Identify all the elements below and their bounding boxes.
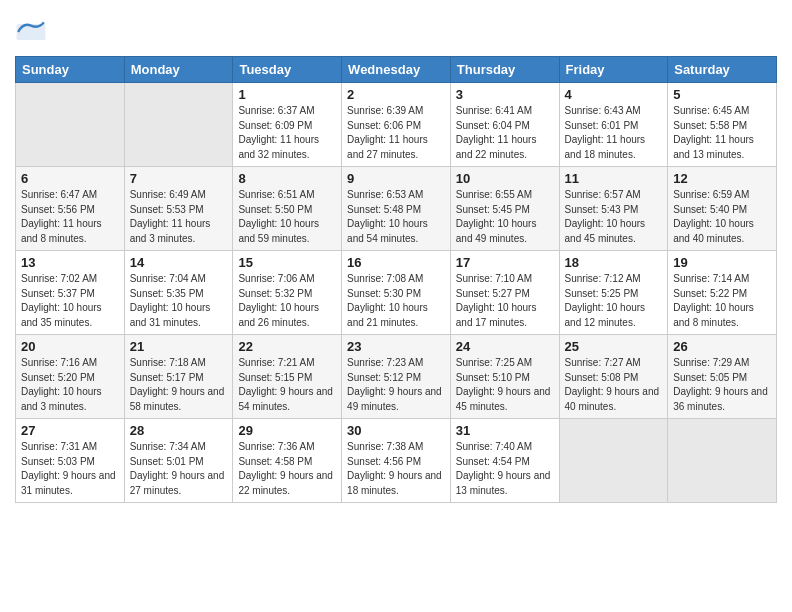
day-info: Sunrise: 7:08 AM Sunset: 5:30 PM Dayligh… [347,272,445,330]
day-number: 12 [673,171,771,186]
calendar-page: SundayMondayTuesdayWednesdayThursdayFrid… [0,0,792,612]
calendar-cell: 21Sunrise: 7:18 AM Sunset: 5:17 PM Dayli… [124,335,233,419]
day-number: 3 [456,87,554,102]
calendar-cell [124,83,233,167]
calendar-cell: 12Sunrise: 6:59 AM Sunset: 5:40 PM Dayli… [668,167,777,251]
day-number: 28 [130,423,228,438]
day-number: 15 [238,255,336,270]
weekday-header-saturday: Saturday [668,57,777,83]
day-info: Sunrise: 6:41 AM Sunset: 6:04 PM Dayligh… [456,104,554,162]
weekday-header-friday: Friday [559,57,668,83]
day-info: Sunrise: 7:36 AM Sunset: 4:58 PM Dayligh… [238,440,336,498]
day-info: Sunrise: 6:53 AM Sunset: 5:48 PM Dayligh… [347,188,445,246]
day-info: Sunrise: 7:06 AM Sunset: 5:32 PM Dayligh… [238,272,336,330]
calendar-cell: 15Sunrise: 7:06 AM Sunset: 5:32 PM Dayli… [233,251,342,335]
calendar-cell: 8Sunrise: 6:51 AM Sunset: 5:50 PM Daylig… [233,167,342,251]
day-info: Sunrise: 7:14 AM Sunset: 5:22 PM Dayligh… [673,272,771,330]
weekday-header-monday: Monday [124,57,233,83]
calendar-cell: 13Sunrise: 7:02 AM Sunset: 5:37 PM Dayli… [16,251,125,335]
weekday-header-tuesday: Tuesday [233,57,342,83]
day-info: Sunrise: 6:59 AM Sunset: 5:40 PM Dayligh… [673,188,771,246]
calendar-cell: 3Sunrise: 6:41 AM Sunset: 6:04 PM Daylig… [450,83,559,167]
day-info: Sunrise: 7:38 AM Sunset: 4:56 PM Dayligh… [347,440,445,498]
calendar-cell: 24Sunrise: 7:25 AM Sunset: 5:10 PM Dayli… [450,335,559,419]
day-info: Sunrise: 7:40 AM Sunset: 4:54 PM Dayligh… [456,440,554,498]
day-number: 17 [456,255,554,270]
day-info: Sunrise: 7:21 AM Sunset: 5:15 PM Dayligh… [238,356,336,414]
day-number: 5 [673,87,771,102]
weekday-header-sunday: Sunday [16,57,125,83]
day-info: Sunrise: 6:57 AM Sunset: 5:43 PM Dayligh… [565,188,663,246]
day-info: Sunrise: 7:23 AM Sunset: 5:12 PM Dayligh… [347,356,445,414]
day-number: 30 [347,423,445,438]
day-number: 9 [347,171,445,186]
calendar-cell: 26Sunrise: 7:29 AM Sunset: 5:05 PM Dayli… [668,335,777,419]
calendar-cell: 5Sunrise: 6:45 AM Sunset: 5:58 PM Daylig… [668,83,777,167]
day-info: Sunrise: 6:47 AM Sunset: 5:56 PM Dayligh… [21,188,119,246]
calendar-cell: 25Sunrise: 7:27 AM Sunset: 5:08 PM Dayli… [559,335,668,419]
day-number: 25 [565,339,663,354]
day-info: Sunrise: 6:55 AM Sunset: 5:45 PM Dayligh… [456,188,554,246]
day-number: 21 [130,339,228,354]
calendar-cell [559,419,668,503]
weekday-header-row: SundayMondayTuesdayWednesdayThursdayFrid… [16,57,777,83]
calendar-cell: 27Sunrise: 7:31 AM Sunset: 5:03 PM Dayli… [16,419,125,503]
day-number: 6 [21,171,119,186]
header [15,10,777,48]
calendar-cell: 30Sunrise: 7:38 AM Sunset: 4:56 PM Dayli… [342,419,451,503]
day-number: 11 [565,171,663,186]
day-number: 27 [21,423,119,438]
day-number: 1 [238,87,336,102]
calendar-week-row: 1Sunrise: 6:37 AM Sunset: 6:09 PM Daylig… [16,83,777,167]
day-number: 2 [347,87,445,102]
day-info: Sunrise: 6:45 AM Sunset: 5:58 PM Dayligh… [673,104,771,162]
day-info: Sunrise: 6:51 AM Sunset: 5:50 PM Dayligh… [238,188,336,246]
calendar-cell: 1Sunrise: 6:37 AM Sunset: 6:09 PM Daylig… [233,83,342,167]
calendar-cell: 6Sunrise: 6:47 AM Sunset: 5:56 PM Daylig… [16,167,125,251]
calendar-cell: 23Sunrise: 7:23 AM Sunset: 5:12 PM Dayli… [342,335,451,419]
day-info: Sunrise: 6:39 AM Sunset: 6:06 PM Dayligh… [347,104,445,162]
day-info: Sunrise: 7:34 AM Sunset: 5:01 PM Dayligh… [130,440,228,498]
day-number: 13 [21,255,119,270]
day-info: Sunrise: 6:43 AM Sunset: 6:01 PM Dayligh… [565,104,663,162]
day-number: 14 [130,255,228,270]
calendar-table: SundayMondayTuesdayWednesdayThursdayFrid… [15,56,777,503]
calendar-cell: 2Sunrise: 6:39 AM Sunset: 6:06 PM Daylig… [342,83,451,167]
day-info: Sunrise: 7:31 AM Sunset: 5:03 PM Dayligh… [21,440,119,498]
calendar-cell: 9Sunrise: 6:53 AM Sunset: 5:48 PM Daylig… [342,167,451,251]
calendar-cell: 11Sunrise: 6:57 AM Sunset: 5:43 PM Dayli… [559,167,668,251]
weekday-header-wednesday: Wednesday [342,57,451,83]
day-info: Sunrise: 7:27 AM Sunset: 5:08 PM Dayligh… [565,356,663,414]
calendar-week-row: 13Sunrise: 7:02 AM Sunset: 5:37 PM Dayli… [16,251,777,335]
calendar-cell: 18Sunrise: 7:12 AM Sunset: 5:25 PM Dayli… [559,251,668,335]
weekday-header-thursday: Thursday [450,57,559,83]
day-number: 7 [130,171,228,186]
day-info: Sunrise: 7:02 AM Sunset: 5:37 PM Dayligh… [21,272,119,330]
calendar-cell: 17Sunrise: 7:10 AM Sunset: 5:27 PM Dayli… [450,251,559,335]
day-number: 22 [238,339,336,354]
day-number: 18 [565,255,663,270]
day-info: Sunrise: 7:16 AM Sunset: 5:20 PM Dayligh… [21,356,119,414]
day-info: Sunrise: 7:12 AM Sunset: 5:25 PM Dayligh… [565,272,663,330]
calendar-cell: 22Sunrise: 7:21 AM Sunset: 5:15 PM Dayli… [233,335,342,419]
day-number: 29 [238,423,336,438]
logo [15,16,51,48]
calendar-cell: 16Sunrise: 7:08 AM Sunset: 5:30 PM Dayli… [342,251,451,335]
day-number: 31 [456,423,554,438]
logo-icon [15,16,47,48]
calendar-cell [668,419,777,503]
day-info: Sunrise: 7:10 AM Sunset: 5:27 PM Dayligh… [456,272,554,330]
day-number: 19 [673,255,771,270]
calendar-cell: 29Sunrise: 7:36 AM Sunset: 4:58 PM Dayli… [233,419,342,503]
day-number: 4 [565,87,663,102]
day-info: Sunrise: 6:37 AM Sunset: 6:09 PM Dayligh… [238,104,336,162]
day-number: 16 [347,255,445,270]
calendar-cell: 20Sunrise: 7:16 AM Sunset: 5:20 PM Dayli… [16,335,125,419]
calendar-week-row: 6Sunrise: 6:47 AM Sunset: 5:56 PM Daylig… [16,167,777,251]
day-number: 24 [456,339,554,354]
day-number: 10 [456,171,554,186]
calendar-cell: 19Sunrise: 7:14 AM Sunset: 5:22 PM Dayli… [668,251,777,335]
calendar-cell: 7Sunrise: 6:49 AM Sunset: 5:53 PM Daylig… [124,167,233,251]
calendar-cell: 28Sunrise: 7:34 AM Sunset: 5:01 PM Dayli… [124,419,233,503]
calendar-week-row: 20Sunrise: 7:16 AM Sunset: 5:20 PM Dayli… [16,335,777,419]
